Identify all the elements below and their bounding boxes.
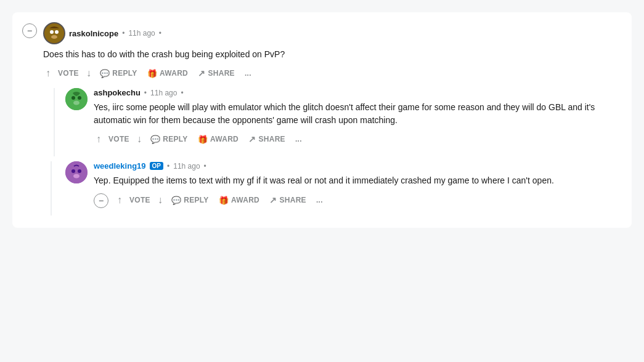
action-bar-ashpokechu: Vote Reply Award <box>94 132 622 147</box>
downvote-ashpokechu[interactable] <box>134 132 144 146</box>
collapse-minus-icon <box>99 195 104 206</box>
reply-button-weedleking19[interactable]: Reply <box>168 193 213 207</box>
downvote-icon <box>158 195 163 205</box>
svg-point-9 <box>71 169 75 173</box>
thread-line-ashpokechu <box>54 88 55 156</box>
avatar-ashpokechu <box>65 88 88 110</box>
time-ashpokechu: 11h ago <box>150 89 177 97</box>
downvote-raskolnicope[interactable] <box>84 66 94 80</box>
award-icon <box>219 196 229 205</box>
svg-point-3 <box>51 35 57 39</box>
comment-meta-raskolnicope: raskolnicope • 11h ago • <box>43 22 622 44</box>
reply-button-raskolnicope[interactable]: Reply <box>96 66 141 81</box>
upvote-raskolnicope[interactable] <box>43 66 53 80</box>
collapse-button-raskolnicope[interactable] <box>22 23 37 38</box>
vote-label-weedleking19[interactable]: Vote <box>126 193 154 207</box>
share-button-weedleking19[interactable]: Share <box>266 193 310 207</box>
comment-meta-weedleking19: weedleking19 OP • 11h ago • <box>94 161 622 171</box>
upvote-icon <box>96 134 101 144</box>
share-icon <box>198 68 205 78</box>
reply-icon <box>150 135 160 144</box>
award-icon <box>147 69 157 78</box>
share-button-ashpokechu[interactable]: Share <box>245 132 289 147</box>
comment-body-ashpokechu: ashpokechu • 11h ago • Yes, iirc some pe… <box>94 88 622 154</box>
upvote-ashpokechu[interactable] <box>94 132 104 146</box>
svg-point-7 <box>73 101 79 105</box>
author-ashpokechu: ashpokechu <box>94 88 141 97</box>
time-raskolnicope: 11h ago <box>128 29 155 38</box>
action-bar-weedleking19: Vote Reply Award Share ... <box>94 192 622 208</box>
upvote-icon <box>117 195 122 205</box>
more-button-raskolnicope[interactable]: ... <box>241 66 255 80</box>
svg-point-6 <box>78 96 81 100</box>
svg-point-5 <box>71 96 75 100</box>
collapse-button-weedleking19[interactable] <box>94 193 108 208</box>
award-button-raskolnicope[interactable]: Award <box>144 66 192 81</box>
reply-icon <box>100 69 110 78</box>
comment-text-weedleking19: Yep. Equipped the items to text with my … <box>94 174 622 187</box>
downvote-icon <box>86 68 91 78</box>
comment-meta-ashpokechu: ashpokechu • 11h ago • <box>94 88 622 97</box>
award-button-ashpokechu[interactable]: Award <box>194 132 242 147</box>
reply-button-ashpokechu[interactable]: Reply <box>147 132 192 147</box>
comment-weedleking19: weedleking19 OP • 11h ago • Yep. Equippe… <box>22 161 622 215</box>
award-button-weedleking19[interactable]: Award <box>215 193 263 207</box>
vote-group-weedleking19: Vote <box>115 193 165 207</box>
author-raskolnicope: raskolnicope <box>69 29 118 38</box>
nested-content-ashpokechu: ashpokechu • 11h ago • Yes, iirc some pe… <box>65 88 622 156</box>
svg-point-8 <box>65 161 88 183</box>
nested-thread-ashpokechu: ashpokechu • 11h ago • Yes, iirc some pe… <box>43 88 622 156</box>
vote-group-ashpokechu: Vote <box>94 132 144 146</box>
time-weedleking19: 11h ago <box>173 162 200 171</box>
svg-point-4 <box>65 88 88 110</box>
downvote-weedleking19[interactable] <box>155 193 165 207</box>
svg-point-1 <box>50 30 54 34</box>
upvote-weedleking19[interactable] <box>115 193 124 207</box>
comment-body-weedleking19: weedleking19 OP • 11h ago • Yep. Equippe… <box>94 161 622 215</box>
downvote-icon <box>137 134 142 144</box>
comment-ashpokechu: ashpokechu • 11h ago • Yes, iirc some pe… <box>65 88 622 154</box>
thread-line-weedleking <box>51 161 52 215</box>
comment-text-raskolnicope: Does this has to do with the crash bug b… <box>43 48 622 61</box>
op-badge-weedleking19: OP <box>150 162 163 170</box>
comment-raskolnicope: raskolnicope • 11h ago • Does this has t… <box>22 22 622 156</box>
more-button-ashpokechu[interactable]: ... <box>291 132 306 146</box>
vote-label-raskolnicope[interactable]: Vote <box>54 66 83 80</box>
award-icon <box>198 135 208 144</box>
svg-point-11 <box>73 174 79 179</box>
share-icon <box>248 134 256 144</box>
reply-icon <box>171 196 181 205</box>
svg-point-10 <box>78 169 81 173</box>
avatar-weedleking19 <box>65 161 88 183</box>
share-icon <box>269 195 277 205</box>
collapse-minus-icon <box>27 25 32 36</box>
more-button-weedleking19[interactable]: ... <box>312 193 327 207</box>
author-weedleking19: weedleking19 <box>94 161 146 171</box>
comment-body-raskolnicope: raskolnicope • 11h ago • Does this has t… <box>43 22 622 156</box>
svg-point-0 <box>44 23 64 43</box>
avatar-raskolnicope <box>43 22 65 44</box>
action-bar-raskolnicope: Vote Reply Award Share ... <box>43 66 622 81</box>
svg-point-2 <box>55 30 59 34</box>
comment-text-ashpokechu: Yes, iirc some people will play with emu… <box>94 101 622 127</box>
comment-thread: raskolnicope • 11h ago • Does this has t… <box>12 12 632 228</box>
vote-label-ashpokechu[interactable]: Vote <box>105 132 133 146</box>
share-button-raskolnicope[interactable]: Share <box>194 66 238 81</box>
vote-group-raskolnicope: Vote <box>43 66 94 80</box>
upvote-icon <box>46 68 51 78</box>
